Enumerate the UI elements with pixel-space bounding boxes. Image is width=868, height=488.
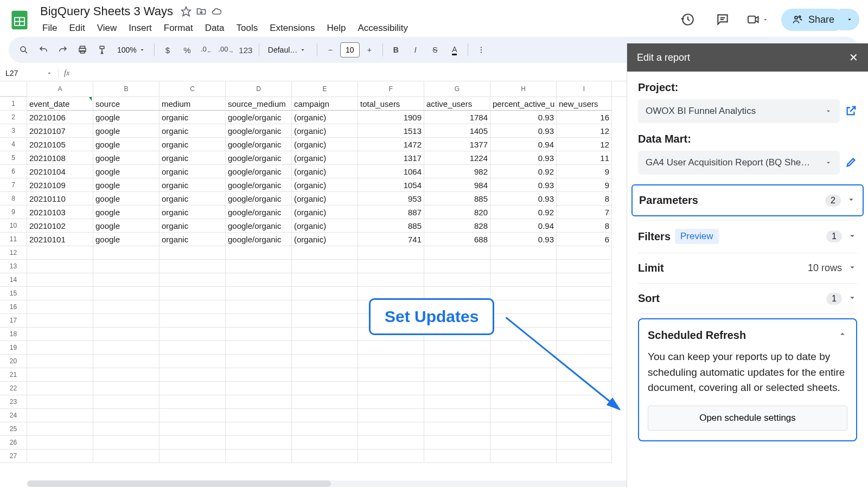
cell[interactable] <box>292 328 358 341</box>
cell[interactable] <box>93 260 159 273</box>
comment-icon[interactable] <box>712 9 733 30</box>
menu-data[interactable]: Data <box>200 21 230 36</box>
cell[interactable] <box>226 300 292 314</box>
column-header[interactable]: D <box>226 81 292 97</box>
percent-format-button[interactable]: % <box>178 41 196 59</box>
cell[interactable]: google <box>93 178 159 192</box>
cell[interactable]: 0.93 <box>490 151 557 165</box>
row-header[interactable]: 19 <box>0 341 27 355</box>
open-external-icon[interactable] <box>845 105 857 118</box>
cell[interactable] <box>292 368 358 382</box>
cell[interactable] <box>159 260 226 273</box>
cell[interactable] <box>226 246 292 260</box>
cell[interactable] <box>93 368 159 382</box>
cell[interactable]: 20210104 <box>27 165 93 178</box>
cell[interactable] <box>358 246 424 260</box>
cell[interactable] <box>490 436 557 450</box>
row-header[interactable]: 25 <box>0 422 27 436</box>
row-header[interactable]: 16 <box>0 300 27 314</box>
cell[interactable]: google/organic <box>226 111 292 124</box>
cell[interactable] <box>226 382 292 395</box>
cell[interactable] <box>159 314 226 328</box>
cell[interactable]: 953 <box>358 192 424 206</box>
meet-button[interactable] <box>746 9 768 30</box>
cell[interactable]: 20210108 <box>27 151 93 165</box>
cell[interactable] <box>159 368 226 382</box>
cell[interactable]: 0.93 <box>490 233 557 246</box>
cell[interactable] <box>557 300 612 314</box>
open-schedule-button[interactable]: Open schedule settings <box>648 406 847 431</box>
cell[interactable]: google <box>93 192 159 206</box>
cloud-status-icon[interactable] <box>211 6 222 17</box>
row-header[interactable]: 13 <box>0 260 27 273</box>
row-header[interactable]: 14 <box>0 273 27 287</box>
document-title[interactable]: BigQuery Sheets 3 Ways <box>37 3 176 20</box>
column-header[interactable]: C <box>159 81 226 97</box>
cell[interactable] <box>226 368 292 382</box>
cell[interactable] <box>226 287 292 300</box>
row-header[interactable]: 4 <box>0 138 27 151</box>
cell[interactable]: (organic) <box>292 111 358 124</box>
cell[interactable] <box>27 436 93 450</box>
row-header[interactable]: 23 <box>0 395 27 409</box>
cell[interactable] <box>424 246 490 260</box>
name-box[interactable]: L27 <box>0 69 59 78</box>
share-button[interactable]: Share <box>781 9 845 31</box>
row-header[interactable]: 6 <box>0 165 27 178</box>
filters-section[interactable]: Filters Preview 1 <box>638 220 857 253</box>
move-icon[interactable] <box>196 6 207 17</box>
cell[interactable]: google <box>93 219 159 233</box>
menu-file[interactable]: File <box>37 21 62 36</box>
menu-edit[interactable]: Edit <box>63 21 90 36</box>
cell[interactable]: 820 <box>424 206 490 219</box>
cell[interactable]: google/organic <box>226 233 292 246</box>
cell[interactable]: 982 <box>424 165 490 178</box>
cell[interactable] <box>292 409 358 422</box>
cell[interactable]: google/organic <box>226 138 292 151</box>
cell[interactable] <box>557 273 612 287</box>
cell[interactable]: organic <box>159 165 226 178</box>
cell[interactable]: organic <box>159 206 226 219</box>
cell[interactable] <box>27 246 93 260</box>
project-select[interactable]: OWOX BI Funnel Analytics <box>638 99 840 123</box>
cell[interactable] <box>27 355 93 368</box>
cell[interactable] <box>226 273 292 287</box>
cell[interactable] <box>93 273 159 287</box>
cell[interactable]: 1224 <box>424 151 490 165</box>
cell[interactable] <box>292 450 358 463</box>
cell[interactable] <box>226 328 292 341</box>
cell[interactable]: google/organic <box>226 192 292 206</box>
cell[interactable] <box>557 287 612 300</box>
cell[interactable]: organic <box>159 178 226 192</box>
cell[interactable] <box>159 246 226 260</box>
datamart-select[interactable]: GA4 User Acquisition Report (BQ She… <box>638 151 840 175</box>
cell[interactable]: new_users <box>557 97 612 111</box>
cell[interactable]: (organic) <box>292 151 358 165</box>
cell[interactable] <box>159 287 226 300</box>
cell[interactable] <box>424 395 490 409</box>
cell[interactable]: google/organic <box>226 219 292 233</box>
cell[interactable]: 885 <box>424 192 490 206</box>
cell[interactable] <box>424 409 490 422</box>
cell[interactable] <box>424 355 490 368</box>
row-header[interactable]: 3 <box>0 124 27 138</box>
cell[interactable] <box>27 300 93 314</box>
cell[interactable] <box>159 409 226 422</box>
cell[interactable]: 20210110 <box>27 192 93 206</box>
cell[interactable]: 0.94 <box>490 138 557 151</box>
cell[interactable] <box>490 273 557 287</box>
column-header[interactable]: B <box>93 81 159 97</box>
row-header[interactable]: 1 <box>0 97 27 111</box>
cell[interactable] <box>424 273 490 287</box>
cell[interactable] <box>292 355 358 368</box>
cell[interactable]: 0.93 <box>490 124 557 138</box>
cell[interactable]: active_users <box>424 97 490 111</box>
row-header[interactable]: 11 <box>0 233 27 246</box>
cell[interactable] <box>93 409 159 422</box>
menu-extensions[interactable]: Extensions <box>264 21 320 36</box>
menu-help[interactable]: Help <box>321 21 351 36</box>
cell[interactable] <box>159 450 226 463</box>
cell[interactable] <box>292 395 358 409</box>
redo-icon[interactable] <box>54 41 72 59</box>
cell[interactable]: 1064 <box>358 165 424 178</box>
